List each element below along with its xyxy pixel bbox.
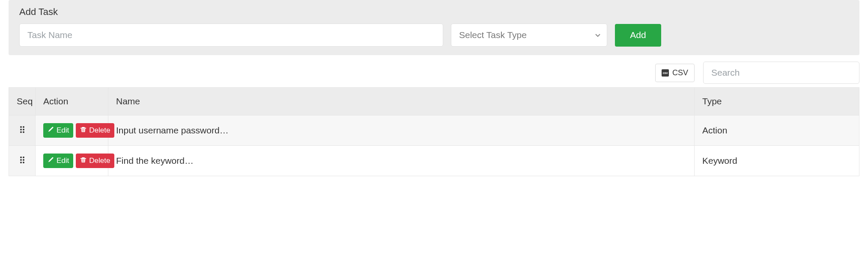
cell-name: Input username password… — [108, 115, 695, 146]
tasks-table: Seq Action Name Type — [9, 87, 859, 176]
panel-title: Add Task — [19, 6, 849, 18]
add-task-form: Select Task Type Add — [19, 24, 849, 47]
task-name-input[interactable] — [19, 24, 443, 47]
svg-point-11 — [23, 162, 24, 163]
trash-icon — [80, 126, 87, 135]
svg-point-3 — [23, 129, 24, 130]
header-name: Name — [108, 88, 695, 115]
csv-label: CSV — [672, 68, 688, 77]
table-toolbar: csv CSV — [9, 62, 859, 84]
edit-button[interactable]: Edit — [43, 123, 73, 138]
export-csv-button[interactable]: csv CSV — [655, 64, 695, 82]
cell-type: Keyword — [695, 146, 859, 176]
svg-point-10 — [20, 162, 22, 163]
cell-name: Find the keyword… — [108, 146, 695, 176]
svg-point-6 — [20, 157, 22, 158]
svg-point-1 — [23, 126, 24, 128]
table-row: Edit Delete Find the keyword… Keyword — [9, 146, 859, 176]
pencil-icon — [48, 157, 54, 165]
add-button[interactable]: Add — [615, 24, 661, 47]
svg-point-5 — [23, 131, 24, 133]
task-type-select[interactable]: Select Task Type — [451, 24, 607, 47]
search-input[interactable] — [703, 62, 859, 84]
cell-type: Action — [695, 115, 859, 146]
delete-label: Delete — [89, 157, 110, 165]
svg-point-2 — [20, 129, 22, 130]
header-type: Type — [695, 88, 859, 115]
pencil-icon — [48, 126, 54, 135]
add-task-panel: Add Task Select Task Type Add — [9, 0, 859, 55]
table-row: Edit Delete Input username password… Act… — [9, 115, 859, 146]
trash-icon — [80, 157, 87, 165]
edit-label: Edit — [57, 126, 69, 135]
csv-file-icon: csv — [662, 69, 669, 77]
delete-button[interactable]: Delete — [76, 154, 114, 168]
svg-point-8 — [20, 159, 22, 161]
header-action: Action — [36, 88, 108, 115]
svg-point-7 — [23, 157, 24, 158]
svg-point-9 — [23, 159, 24, 161]
svg-point-0 — [20, 126, 22, 128]
svg-point-4 — [20, 131, 22, 133]
edit-label: Edit — [57, 157, 69, 165]
header-seq: Seq — [9, 88, 36, 115]
delete-button[interactable]: Delete — [76, 123, 114, 138]
edit-button[interactable]: Edit — [43, 154, 73, 168]
drag-handle-icon[interactable] — [19, 125, 25, 134]
task-type-select-placeholder: Select Task Type — [459, 30, 527, 40]
delete-label: Delete — [89, 126, 110, 135]
drag-handle-icon[interactable] — [19, 156, 25, 164]
